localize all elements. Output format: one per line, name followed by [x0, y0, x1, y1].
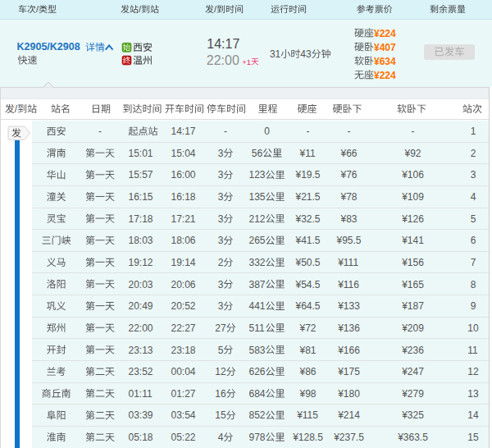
- svg-text:-: -: [412, 126, 415, 137]
- svg-text:¥209: ¥209: [401, 322, 424, 334]
- svg-text:3: 3: [218, 191, 224, 203]
- svg-text:684: 684: [248, 388, 265, 400]
- svg-text:6: 6: [471, 235, 476, 246]
- svg-text:387: 387: [248, 279, 265, 290]
- svg-text:212: 212: [248, 213, 265, 225]
- svg-text:3: 3: [218, 213, 224, 225]
- svg-text:05:22: 05:22: [171, 432, 195, 443]
- svg-text:/: /: [214, 4, 217, 14]
- svg-text:¥156: ¥156: [401, 257, 424, 268]
- svg-text:¥21.5: ¥21.5: [294, 191, 320, 203]
- svg-text:-: -: [307, 126, 310, 137]
- svg-text:¥224: ¥224: [374, 28, 396, 39]
- svg-text:¥41.5: ¥41.5: [294, 235, 320, 246]
- svg-text:/: /: [36, 4, 39, 14]
- svg-text:12: 12: [215, 366, 226, 377]
- svg-text:19:14: 19:14: [171, 257, 195, 268]
- svg-text:9: 9: [471, 300, 476, 312]
- svg-text:511: 511: [248, 322, 264, 334]
- svg-text:¥50.5: ¥50.5: [294, 257, 320, 268]
- svg-text:¥76: ¥76: [339, 169, 357, 181]
- svg-text:15: 15: [467, 432, 479, 443]
- svg-text:3: 3: [218, 300, 224, 312]
- svg-text:27: 27: [215, 322, 226, 334]
- svg-text:15: 15: [215, 409, 226, 421]
- svg-text:8: 8: [471, 279, 476, 290]
- svg-text:/: /: [139, 4, 142, 14]
- svg-text:5: 5: [471, 213, 476, 225]
- svg-text:3: 3: [218, 169, 224, 181]
- svg-text:¥325: ¥325: [401, 409, 424, 421]
- svg-text:18:03: 18:03: [128, 235, 153, 246]
- svg-text:¥95.5: ¥95.5: [335, 235, 361, 246]
- svg-text:5: 5: [218, 345, 224, 356]
- svg-text:3: 3: [471, 169, 476, 181]
- svg-text:4: 4: [218, 432, 224, 443]
- svg-text:¥98: ¥98: [298, 388, 316, 400]
- svg-text:15:04: 15:04: [171, 148, 195, 159]
- svg-text:¥136: ¥136: [337, 322, 360, 334]
- svg-text:03:54: 03:54: [171, 409, 195, 421]
- svg-text:-: -: [98, 126, 102, 137]
- svg-text:+1: +1: [242, 57, 251, 66]
- svg-text:¥363.5: ¥363.5: [397, 432, 428, 443]
- svg-text:01:27: 01:27: [171, 388, 195, 400]
- svg-text:1: 1: [471, 126, 476, 137]
- svg-text:19:12: 19:12: [128, 257, 153, 268]
- svg-text:17:18: 17:18: [128, 213, 153, 225]
- svg-text:978: 978: [248, 432, 265, 443]
- svg-text:¥54.5: ¥54.5: [294, 279, 320, 290]
- svg-text:¥175: ¥175: [337, 366, 360, 377]
- svg-text:31: 31: [270, 48, 281, 60]
- svg-text:852: 852: [248, 409, 265, 421]
- svg-text:01:11: 01:11: [128, 388, 152, 400]
- svg-text:441: 441: [248, 300, 265, 312]
- svg-text:¥32.5: ¥32.5: [294, 213, 320, 225]
- svg-text:¥64.5: ¥64.5: [294, 300, 320, 312]
- svg-text:22:00: 22:00: [207, 53, 239, 67]
- svg-text:123: 123: [248, 169, 265, 181]
- svg-text:7: 7: [471, 257, 476, 268]
- svg-text:-: -: [224, 126, 227, 137]
- svg-text:¥115: ¥115: [296, 409, 318, 421]
- svg-text:20:52: 20:52: [171, 300, 195, 312]
- svg-text:¥66: ¥66: [339, 148, 357, 159]
- svg-text:22:27: 22:27: [171, 322, 195, 334]
- svg-text:16:15: 16:15: [128, 191, 153, 203]
- svg-text:¥133: ¥133: [337, 300, 360, 312]
- svg-text:K2905/K2908: K2905/K2908: [17, 41, 80, 53]
- svg-text:20:03: 20:03: [128, 279, 153, 290]
- svg-text:17:21: 17:21: [171, 213, 195, 225]
- svg-text:11: 11: [467, 345, 478, 356]
- svg-text:¥109: ¥109: [401, 191, 424, 203]
- svg-text:626: 626: [248, 366, 265, 377]
- svg-text:¥128.5: ¥128.5: [292, 432, 323, 443]
- svg-text:14:17: 14:17: [171, 126, 195, 137]
- svg-text:20:49: 20:49: [128, 300, 153, 312]
- svg-text:135: 135: [248, 191, 265, 203]
- svg-text:¥634: ¥634: [374, 56, 396, 67]
- svg-text:15:57: 15:57: [128, 169, 153, 181]
- svg-text:43: 43: [300, 48, 312, 60]
- svg-text:¥126: ¥126: [401, 213, 424, 225]
- svg-text:-: -: [348, 126, 351, 137]
- svg-text:23:18: 23:18: [171, 345, 195, 356]
- svg-text:¥141: ¥141: [401, 235, 424, 246]
- svg-text:22:00: 22:00: [128, 322, 153, 334]
- svg-text:¥279: ¥279: [401, 388, 424, 400]
- svg-text:3: 3: [218, 279, 224, 290]
- svg-text:3: 3: [218, 235, 224, 246]
- svg-text:10: 10: [467, 322, 479, 334]
- svg-text:20:06: 20:06: [171, 279, 195, 290]
- svg-text:332: 332: [248, 257, 265, 268]
- svg-text:¥187: ¥187: [401, 300, 424, 312]
- svg-text:14:17: 14:17: [207, 37, 239, 51]
- svg-text:¥166: ¥166: [337, 345, 360, 356]
- svg-text:¥407: ¥407: [374, 42, 396, 53]
- svg-text:¥83: ¥83: [339, 213, 357, 225]
- svg-text:¥180: ¥180: [337, 388, 360, 400]
- svg-text:583: 583: [248, 345, 265, 356]
- svg-text:14: 14: [467, 409, 479, 421]
- svg-text:2: 2: [218, 257, 224, 268]
- svg-text:4: 4: [471, 191, 476, 203]
